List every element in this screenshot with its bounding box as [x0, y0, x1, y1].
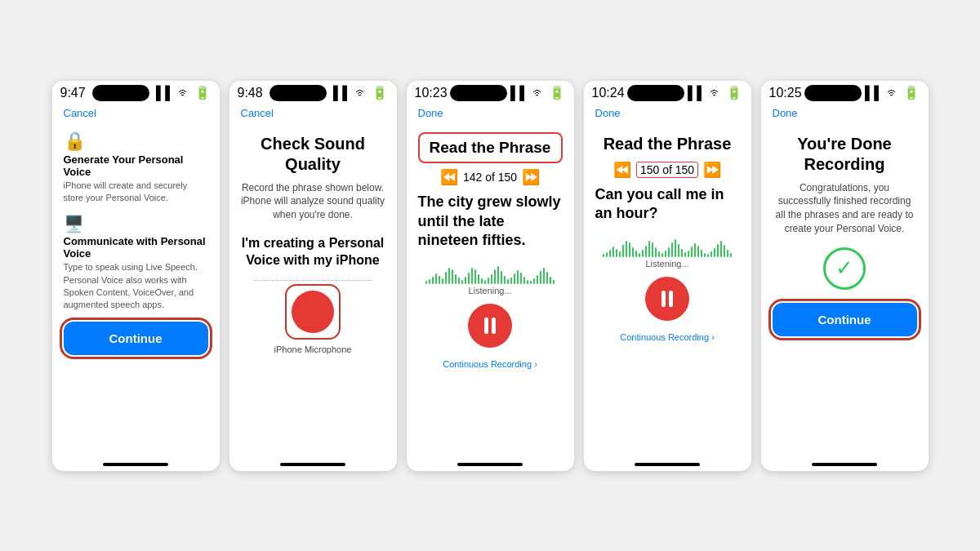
screen2-content: Cancel Check Sound Quality Record the ph…	[229, 104, 397, 455]
phone-screen-5: 10:25 ▌▌ ᯤ 🔋 Done You're Done Recording …	[761, 81, 929, 471]
waveform-4	[595, 234, 740, 257]
mic-label: iPhone Microphone	[274, 344, 352, 354]
screen5-content: Done You're Done Recording Congratulatio…	[761, 104, 929, 455]
generate-voice-desc: iPhone will create and securely store yo…	[64, 180, 208, 205]
communicate-icon: 🖥️	[64, 214, 208, 233]
status-icons-1: ▌▌ ᯤ 🔋	[156, 85, 212, 100]
cancel-link-1[interactable]: Cancel	[64, 104, 208, 126]
dynamic-island-5	[804, 85, 862, 101]
read-phrase-header: Read the Phrase	[418, 132, 563, 164]
pause-button-3[interactable]	[468, 304, 512, 348]
time-1: 9:47	[60, 86, 86, 100]
phone-screen-2: 9:48 ▌▌ ᯤ 🔋 Cancel Check Sound Quality R…	[229, 81, 397, 471]
done-desc: Congratulations, you successfully finish…	[773, 181, 917, 236]
forward-arrow-3[interactable]: ⏩	[522, 168, 540, 186]
waveform-3	[418, 261, 563, 284]
home-indicator-4	[635, 463, 700, 466]
mic-button[interactable]	[285, 284, 341, 340]
done-link-5[interactable]: Done	[773, 104, 917, 126]
mic-circle-inner	[292, 291, 334, 333]
listening-text-3: Listening...	[418, 286, 563, 295]
done-link-3[interactable]: Done	[418, 104, 563, 126]
checkmark-icon: ✓	[823, 247, 866, 290]
pause-icon-4	[662, 291, 673, 307]
phrase-text-3: The city grew slowly until the late nine…	[418, 193, 563, 250]
continuous-rec-3[interactable]: Continuous Recording ›	[418, 359, 563, 369]
status-bar-5: 10:25 ▌▌ ᯤ 🔋	[761, 81, 929, 104]
done-link-4[interactable]: Done	[595, 104, 740, 126]
home-indicator-1	[103, 463, 168, 466]
status-bar-3: 10:23 ▌▌ ᯤ 🔋	[407, 81, 574, 104]
status-bar-4: 10:24 ▌▌ ᯤ 🔋	[584, 81, 751, 104]
phrase-text-4: Can you call me in an hour?	[595, 185, 740, 224]
pause-button-4[interactable]	[645, 277, 689, 321]
pause-icon-3	[484, 318, 496, 334]
back-arrow-3[interactable]: ⏪	[440, 168, 458, 186]
communicate-title: Communicate with Personal Voice	[64, 235, 208, 260]
continuous-rec-label-3: Continuous Recording	[443, 359, 532, 369]
check-sound-title: Check Sound Quality	[241, 134, 385, 175]
continue-button-5[interactable]: Continue	[773, 303, 917, 336]
listening-text-4: Listening...	[595, 259, 740, 269]
phone-screen-3: 10:23 ▌▌ ᯤ 🔋 Done Read the Phrase ⏪ 142 …	[407, 81, 574, 471]
home-indicator-5	[812, 463, 877, 466]
dotted-divider-2	[254, 280, 372, 281]
continuous-rec-label-4: Continuous Recording	[620, 332, 709, 342]
dynamic-island-4	[627, 85, 684, 101]
generate-voice-title: Generate Your Personal Voice	[64, 153, 208, 178]
phone-screen-4: 10:24 ▌▌ ᯤ 🔋 Done Read the Phrase ⏪ 150 …	[584, 81, 751, 471]
status-icons-5: ▌▌ ᯤ 🔋	[865, 85, 920, 100]
status-icons-2: ▌▌ ᯤ 🔋	[333, 85, 389, 100]
home-indicator-2	[280, 463, 345, 466]
lock-icon-1: 🔒	[64, 131, 208, 152]
read-phrase-title-4: Read the Phrase	[595, 134, 740, 154]
forward-arrow-4[interactable]: ⏩	[703, 161, 721, 179]
home-indicator-3	[457, 463, 523, 466]
mic-container: iPhone Microphone	[241, 284, 385, 354]
phrase-counter-4: ⏪ 150 of 150 ⏩	[595, 161, 740, 179]
dynamic-island-2	[270, 85, 327, 101]
time-3: 10:23	[415, 86, 448, 100]
screen3-content: Done Read the Phrase ⏪ 142 of 150 ⏩ The …	[407, 104, 574, 455]
continuous-rec-4[interactable]: Continuous Recording ›	[595, 332, 740, 342]
status-icons-3: ▌▌ ᯤ 🔋	[510, 85, 566, 100]
status-bar-1: 9:47 ▌▌ ᯤ 🔋	[52, 81, 220, 104]
dynamic-island-1	[92, 85, 149, 101]
time-4: 10:24	[592, 86, 625, 100]
read-phrase-header-text: Read the Phrase	[428, 139, 553, 158]
done-title: You're Done Recording	[773, 134, 917, 175]
continue-button-1[interactable]: Continue	[64, 322, 208, 355]
counter-text-4: 150 of 150	[636, 162, 698, 178]
screen4-content: Done Read the Phrase ⏪ 150 of 150 ⏩ Can …	[584, 104, 751, 455]
dynamic-island-3	[450, 85, 507, 101]
communicate-desc: Type to speak using Live Speech. Persona…	[64, 261, 208, 312]
cancel-link-2[interactable]: Cancel	[241, 104, 385, 126]
check-sound-desc: Record the phrase shown below. iPhone wi…	[241, 181, 385, 222]
screenshots-container: 9:47 ▌▌ ᯤ 🔋 Cancel 🔒 Generate Your Perso…	[36, 64, 945, 487]
phrase-counter-3: ⏪ 142 of 150 ⏩	[418, 168, 563, 186]
back-arrow-4[interactable]: ⏪	[613, 161, 631, 179]
status-bar-2: 9:48 ▌▌ ᯤ 🔋	[229, 81, 397, 104]
counter-text-3: 142 of 150	[463, 171, 517, 184]
phone-screen-1: 9:47 ▌▌ ᯤ 🔋 Cancel 🔒 Generate Your Perso…	[52, 81, 220, 471]
screen1-content: Cancel 🔒 Generate Your Personal Voice iP…	[52, 104, 220, 455]
check-sound-phrase: I'm creating a Personal Voice with my iP…	[241, 235, 385, 269]
status-icons-4: ▌▌ ᯤ 🔋	[688, 85, 743, 100]
time-2: 9:48	[238, 86, 263, 100]
time-5: 10:25	[769, 86, 802, 100]
